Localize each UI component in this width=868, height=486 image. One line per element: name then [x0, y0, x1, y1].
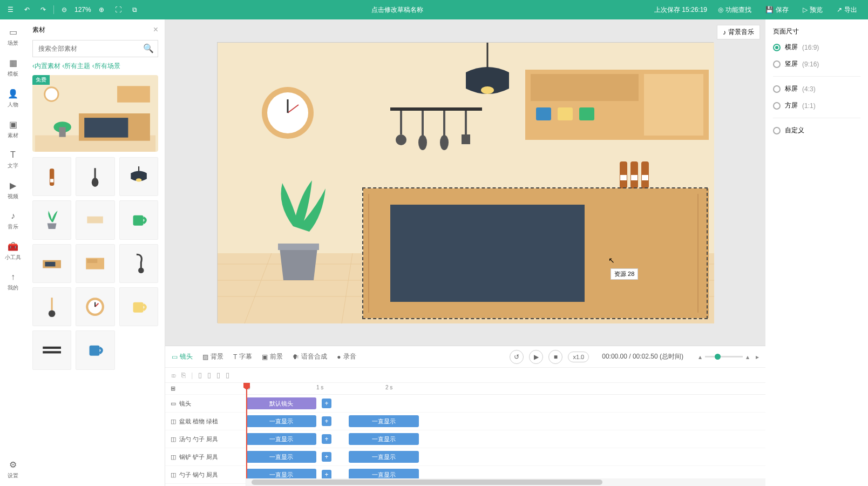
rewind-icon[interactable]: ↺	[510, 350, 524, 364]
ratio-方屏[interactable]: 方屏(1:1)	[773, 101, 860, 110]
asset-spatula[interactable]	[76, 157, 114, 196]
timeline-clip[interactable]: 一直显示	[246, 415, 316, 427]
zoom-out-icon[interactable]: ⊖	[58, 4, 70, 16]
asset-pendant-lamp[interactable]	[119, 157, 158, 196]
rail-小工具[interactable]: 🧰小工具	[5, 241, 21, 261]
free-tag: 免费	[32, 75, 50, 85]
track-label[interactable]: ◫ 锅铲 铲子 厨具	[165, 448, 246, 466]
timeline-clip[interactable]: 一直显示	[246, 451, 316, 463]
tool-6[interactable]: ▯	[226, 371, 229, 379]
add-clip-button[interactable]: +	[322, 416, 331, 426]
zoom-in-icon[interactable]: ⊕	[96, 4, 107, 16]
canvas[interactable]: 默认镜头	[217, 42, 714, 323]
document-title[interactable]: 点击修改草稿名称	[140, 5, 654, 15]
menu-icon[interactable]: ☰	[4, 4, 17, 16]
search-input[interactable]	[32, 40, 158, 57]
crumb-theme[interactable]: ‹所有主题	[62, 62, 90, 70]
timeline-clip[interactable]: 一直显示	[349, 451, 419, 463]
stop-icon[interactable]: ■	[548, 350, 562, 364]
tool-4[interactable]: ▯	[207, 371, 211, 379]
add-clip-button[interactable]: +	[322, 452, 331, 462]
close-icon[interactable]: ×	[153, 25, 158, 35]
actual-size-icon[interactable]: ⧉	[129, 4, 140, 16]
asset-board[interactable]	[76, 200, 114, 239]
asset-green-mug[interactable]	[119, 200, 158, 239]
rail-音乐[interactable]: ♪音乐	[5, 211, 21, 231]
crumb-builtin[interactable]: ‹内置素材	[32, 62, 60, 70]
asset-ladle[interactable]	[119, 244, 158, 283]
tl-tab-字幕[interactable]: T 字幕	[233, 352, 252, 361]
search-functions-button[interactable]: ◎ 功能查找	[715, 3, 755, 17]
rail-文字[interactable]: T文字	[5, 150, 21, 170]
tool-5[interactable]: ▯	[216, 371, 220, 379]
selection-box[interactable]	[362, 187, 708, 319]
add-clip-button[interactable]: +	[322, 399, 331, 408]
asset-counter-low[interactable]	[32, 244, 71, 283]
rail-模板[interactable]: ▦模板	[5, 58, 21, 78]
save-button[interactable]: 💾 保存	[762, 3, 792, 17]
track-label[interactable]: ◫ 勺子 锅勺 厨具	[165, 466, 246, 484]
timeline-clip[interactable]: 一直显示	[246, 433, 316, 445]
asset-preview-kitchen[interactable]: 免费	[32, 75, 158, 152]
rail-icon: ▶	[10, 180, 16, 191]
tl-tab-录音[interactable]: ● 录音	[337, 352, 356, 361]
tl-tab-语音合成[interactable]: 🗣 语音合成	[293, 352, 327, 361]
track-label[interactable]: ◫ 汤勺 勺子 厨具	[165, 430, 246, 448]
ratio-横屏[interactable]: 横屏(16:9)	[773, 43, 860, 52]
ratio-自定义[interactable]: 自定义	[773, 126, 860, 135]
ratio-标屏[interactable]: 标屏(4:3)	[773, 84, 860, 93]
asset-rack[interactable]	[32, 330, 71, 369]
tool-1[interactable]: ⎄	[172, 371, 176, 379]
fit-screen-icon[interactable]: ⛶	[112, 4, 125, 16]
asset-plant[interactable]	[32, 200, 71, 239]
top-bar: ☰ ↶ ↷ ⊖ 127% ⊕ ⛶ ⧉ 点击修改草稿名称 上次保存 15:26:1…	[0, 0, 868, 19]
rail-素材[interactable]: ▣素材	[5, 119, 21, 139]
crumb-scene[interactable]: ‹所有场景	[92, 62, 120, 70]
timeline-clip[interactable]: 一直显示	[349, 415, 419, 427]
zoom-out-tl-icon[interactable]: ▴	[699, 353, 702, 361]
track-lane[interactable]: 一直显示一直显示+	[246, 448, 765, 466]
tool-3[interactable]: ▯	[198, 371, 202, 379]
tl-menu-icon[interactable]: ▸	[756, 353, 759, 361]
tl-tab-镜头[interactable]: ▭ 镜头	[172, 352, 193, 361]
tl-layer-icon[interactable]: ⊞	[165, 383, 246, 395]
export-button[interactable]: ↗ 导出	[833, 3, 860, 17]
ratio-竖屏[interactable]: 竖屏(9:16)	[773, 59, 860, 69]
search-icon[interactable]: 🔍	[143, 43, 154, 53]
asset-yellow-mug[interactable]	[119, 287, 158, 326]
undo-icon[interactable]: ↶	[21, 4, 33, 16]
preview-button[interactable]: ▷ 预览	[799, 3, 826, 17]
track-label[interactable]: ▭ 镜头	[165, 395, 246, 413]
rail-人物[interactable]: 👤人物	[5, 89, 21, 109]
tl-zoom-slider[interactable]	[705, 356, 743, 357]
tl-tab-icon: T	[233, 353, 237, 361]
playhead[interactable]	[246, 383, 247, 486]
svg-rect-51	[390, 107, 482, 111]
timeline-clip[interactable]: 默认镜头	[246, 397, 316, 409]
asset-clock[interactable]	[76, 287, 114, 326]
redo-icon[interactable]: ↷	[37, 4, 49, 16]
rail-settings[interactable]: ⚙ 设置	[8, 460, 18, 480]
asset-cabinet[interactable]	[76, 244, 114, 283]
rail-场景[interactable]: ▭场景	[5, 27, 21, 47]
track-lane[interactable]: 一直显示一直显示+	[246, 413, 765, 430]
play-icon[interactable]: ▶	[529, 350, 543, 364]
asset-blue-mug[interactable]	[76, 330, 114, 369]
asset-bottle[interactable]	[32, 157, 71, 196]
rail-视频[interactable]: ▶视频	[5, 180, 21, 200]
track-label[interactable]: ◫ 盆栽 植物 绿植	[165, 413, 246, 430]
rail-我的[interactable]: ↑我的	[5, 272, 21, 292]
speed-button[interactable]: x1.0	[568, 352, 589, 362]
bgm-button[interactable]: ♪ 背景音乐	[717, 25, 760, 39]
zoom-in-tl-icon[interactable]: ▴	[746, 353, 749, 361]
timeline-clip[interactable]: 一直显示	[349, 433, 419, 445]
tool-2[interactable]: ⎘	[181, 371, 186, 379]
asset-spoon[interactable]	[32, 287, 71, 326]
add-clip-button[interactable]: +	[322, 434, 331, 444]
tl-scrollbar[interactable]	[246, 478, 765, 486]
tl-ruler[interactable]: 0 1 s 2 s	[246, 383, 765, 395]
tl-tab-前景[interactable]: ▣ 前景	[262, 352, 283, 361]
tl-tab-背景[interactable]: ▨ 背景	[202, 352, 223, 361]
track-lane[interactable]: 默认镜头+	[246, 395, 765, 413]
track-lane[interactable]: 一直显示一直显示+	[246, 430, 765, 448]
